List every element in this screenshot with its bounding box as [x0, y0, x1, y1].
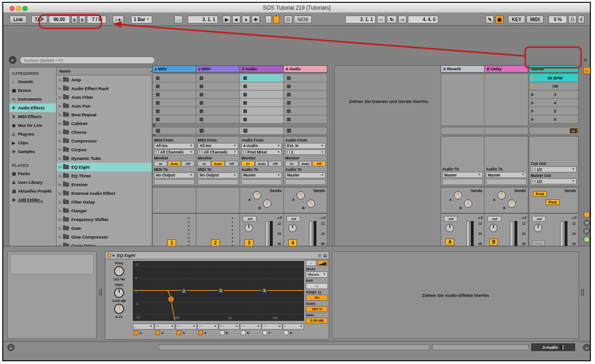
show-browser-icon[interactable]: ▲: [7, 344, 15, 351]
clip-slot[interactable]: [283, 107, 327, 115]
stop-button[interactable]: ■: [232, 16, 240, 23]
monitor-off-button[interactable]: Off: [225, 161, 238, 166]
send-b-knob[interactable]: [263, 199, 271, 208]
disclosure-triangle-icon[interactable]: ▷: [59, 209, 63, 213]
close-window-icon[interactable]: [10, 6, 15, 11]
sidebar-category-item[interactable]: ∿ Instruments: [9, 95, 56, 103]
filter-type-dropdown[interactable]: ◠▼: [154, 324, 176, 330]
volume-display[interactable]: -Inf: [286, 216, 300, 222]
send-a-knob[interactable]: [498, 191, 506, 199]
send-b-pre-post-button[interactable]: Post: [546, 199, 560, 205]
device-list-item[interactable]: ▷ Audio Effect Rack: [57, 84, 155, 93]
disclosure-triangle-icon[interactable]: ▷: [59, 218, 63, 222]
loop-start-field[interactable]: 3. 1. 1: [345, 16, 376, 23]
link-button[interactable]: Link: [10, 16, 27, 23]
filter-type-dropdown[interactable]: ◠▼: [197, 324, 218, 330]
clip-slot[interactable]: [240, 90, 284, 99]
track-header[interactable]: 1 MIDI: [152, 65, 196, 73]
clip-slot[interactable]: [152, 74, 196, 82]
sidebar-place-item[interactable]: ▧ Aktuelles Projekt: [9, 187, 56, 195]
disclosure-triangle-icon[interactable]: ▷: [59, 113, 63, 117]
device-list-item[interactable]: ▷ Auto Pan: [57, 102, 155, 110]
send-a-knob[interactable]: [253, 191, 261, 199]
track-drop-area[interactable]: Ziehen Sie Dateien und Geräte hierhin.: [334, 65, 444, 270]
eq-band-handle-2[interactable]: 2: [181, 288, 187, 294]
scene-play-icon[interactable]: [531, 101, 534, 105]
stop-all-clips-button[interactable]: ▶: [569, 128, 578, 134]
scene[interactable]: 4: [529, 98, 578, 107]
eq-band-handle-4[interactable]: 4: [262, 288, 268, 294]
track-header[interactable]: 3 Audio: [240, 65, 284, 73]
sidebar-category-item[interactable]: ✛ Audio Effects: [9, 103, 56, 112]
clip-slot[interactable]: [283, 82, 327, 91]
monitor-off-button[interactable]: Off: [312, 161, 326, 166]
gain-knob[interactable]: [114, 288, 124, 298]
cue-out-dropdown[interactable]: 1/2▼: [531, 166, 577, 172]
scene-play-icon[interactable]: [531, 76, 534, 80]
device-fold-icon[interactable]: [113, 254, 115, 257]
input-type-dropdown[interactable]: All Ins▼: [198, 143, 238, 149]
metronome-button[interactable]: ○●: [113, 16, 124, 23]
eq-band-handle-3[interactable]: 3: [218, 288, 224, 294]
current-track-indicator[interactable]: 3-Audio: [531, 343, 575, 351]
input-channel-dropdown[interactable]: All Channels▼: [198, 149, 238, 155]
band-activator[interactable]: [155, 330, 160, 335]
tap-tempo-button[interactable]: TAP: [31, 16, 47, 23]
panel-resize-handle[interactable]: [99, 289, 102, 296]
filter-type-dropdown[interactable]: ◝▼: [283, 324, 304, 330]
nudge-down-button[interactable]: |||: [71, 16, 78, 23]
mixer-section-toggle[interactable]: S: [584, 236, 590, 243]
clip-slot[interactable]: [283, 74, 327, 82]
scale-value-field[interactable]: 100 %: [306, 306, 328, 312]
band-activator[interactable]: [220, 330, 224, 335]
band-activator[interactable]: [198, 330, 203, 335]
monitor-off-button[interactable]: Off: [269, 161, 282, 166]
device-list-item[interactable]: ▷ Beat Repeat: [57, 110, 155, 119]
input-type-dropdown[interactable]: All Ins▼: [154, 143, 195, 149]
track-activator-button[interactable]: 2: [211, 239, 220, 246]
output-channel-chooser[interactable]: [154, 179, 195, 185]
clip-slot[interactable]: [283, 90, 327, 99]
hot-swap-icon[interactable]: ⊘: [318, 253, 321, 258]
spectrum-analyzer-icon[interactable]: ▂▄▆: [317, 260, 328, 266]
filter-type-dropdown[interactable]: ◠▼: [176, 324, 197, 330]
disclosure-triangle-icon[interactable]: ▷: [59, 227, 63, 230]
band-activator[interactable]: [284, 330, 288, 335]
device-list-item[interactable]: ▷ EQ Three: [57, 171, 155, 180]
clip-slot[interactable]: [196, 90, 240, 99]
device-list-item[interactable]: ▷ EQ Eight: [57, 163, 155, 171]
clip-slot[interactable]: [240, 82, 284, 91]
tempo-field[interactable]: 96.00: [49, 16, 70, 23]
input-type-dropdown[interactable]: 4-Audio▼: [241, 143, 282, 149]
monitor-auto-button[interactable]: Auto: [255, 161, 269, 166]
key-map-button[interactable]: KEY: [508, 16, 525, 23]
gain-value[interactable]: 0.00 dB: [113, 299, 126, 303]
device-title-bar[interactable]: EQ Eight ⊘ ▤: [105, 252, 329, 259]
master-solo-button[interactable]: Solo: [532, 240, 545, 246]
clip-slot[interactable]: [196, 82, 240, 91]
browser-back-icon[interactable]: ▸: [9, 56, 17, 64]
session-record-button[interactable]: [273, 16, 280, 23]
automation-arm-button[interactable]: ◦: [265, 16, 272, 23]
volume-display[interactable]: -Inf: [487, 216, 501, 222]
capture-new-button[interactable]: NEW: [294, 16, 312, 23]
output-gain-field[interactable]: 0.00 dB: [306, 318, 328, 324]
midi-map-button[interactable]: MIDI: [526, 16, 544, 23]
mixer-section-toggle[interactable]: [584, 211, 590, 218]
output-type-dropdown[interactable]: No Output▼: [198, 172, 238, 178]
scene-menu-icon[interactable]: ≡: [584, 57, 587, 63]
output-type-dropdown[interactable]: Master▼: [486, 172, 526, 178]
scene-play-icon[interactable]: [531, 118, 534, 121]
filter-type-dropdown[interactable]: ◠▼: [262, 324, 283, 330]
sidebar-place-item[interactable]: ⊕ Add Folder...: [9, 195, 56, 204]
band-activator[interactable]: [241, 330, 246, 335]
track-header[interactable]: B Delay: [484, 65, 528, 73]
monitor-in-button[interactable]: In: [198, 161, 211, 166]
filter-type-dropdown[interactable]: ◞▼: [133, 324, 154, 330]
device-list-item[interactable]: ▷ Cabinet: [57, 119, 155, 128]
monitor-auto-button[interactable]: Auto: [299, 161, 312, 166]
scene[interactable]: 6: [529, 115, 578, 124]
track-header[interactable]: A Reverb: [441, 65, 485, 73]
sidebar-category-item[interactable]: ♪ Sounds: [9, 77, 56, 86]
device-drop-area[interactable]: Ziehen Sie Audio-Effekte hierhin: [332, 251, 579, 339]
